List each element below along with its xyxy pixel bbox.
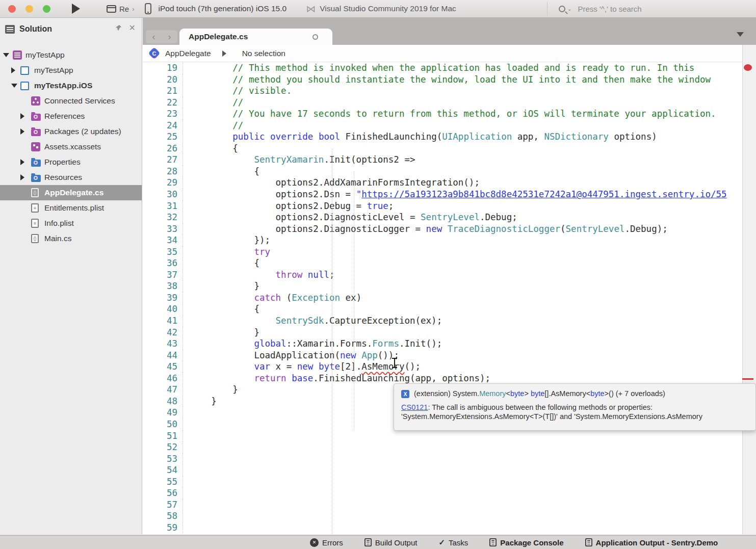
line-number[interactable]: 35 [143,246,183,258]
navigate-forward-button[interactable]: › [168,32,171,42]
bottom-bar-build-output[interactable]: Build Output [364,538,418,547]
line-number[interactable]: 43 [143,338,183,350]
line-number[interactable]: 39 [143,292,183,304]
chevron-right-icon[interactable] [20,128,24,135]
tree-item-mytestapp[interactable]: myTestApp [0,63,142,78]
line-number[interactable]: 34 [143,234,183,246]
bottom-bar-application-output-sentry-demo[interactable]: Application Output - Sentry.Demo [585,538,718,547]
tree-item-assets-xcassets[interactable]: Assets.xcassets [0,139,142,154]
code-text[interactable]: // [183,120,243,132]
code-text[interactable]: options2.DiagnosticLevel = SentryLevel.D… [183,212,517,223]
line-number[interactable]: 50 [143,419,183,430]
code-text[interactable]: options2.Debug = true; [183,200,394,212]
tree-item-properties[interactable]: Properties [0,154,142,170]
close-pad-icon[interactable]: ✕ [129,24,136,32]
error-code-link[interactable]: CS0121 [401,403,428,411]
line-number[interactable]: 23 [143,108,183,120]
line-number[interactable]: 27 [143,154,183,166]
line-number[interactable]: 49 [143,407,183,419]
device-selector-label[interactable]: iPod touch (7th generation) iOS 15.0 [159,4,287,13]
code-text[interactable]: public override bool FinishedLaunching(U… [183,131,657,143]
error-indicator-strip[interactable] [742,45,756,534]
code-text[interactable]: } [183,384,238,396]
global-search-input[interactable]: ⌄ Press '^,' to search [547,2,751,16]
line-number[interactable]: 26 [143,143,183,154]
breadcrumb-class[interactable]: AppDelegate [165,49,211,58]
tree-item-main-cs[interactable]: {}Main.cs [0,231,142,246]
line-number[interactable]: 19 [143,62,183,74]
zoom-window-button[interactable] [43,5,50,13]
line-number[interactable]: 59 [143,522,183,534]
line-number[interactable]: 54 [143,464,183,476]
line-number[interactable]: 32 [143,212,183,223]
line-number[interactable]: 30 [143,189,183,200]
bottom-bar-errors[interactable]: ✕Errors [310,538,343,547]
code-text[interactable]: // You have 17 seconds to return from th… [183,108,716,120]
code-text[interactable]: // visible. [183,85,292,97]
line-number[interactable]: 55 [143,476,183,488]
tree-item-info-plist[interactable]: ≡Info.plist [0,216,142,231]
tree-item-references[interactable]: References [0,109,142,124]
code-text[interactable]: { [183,166,259,177]
code-text[interactable] [183,476,190,488]
code-text[interactable] [183,430,190,442]
code-text[interactable] [183,407,190,419]
tree-item-connected-services[interactable]: Connected Services [0,93,142,109]
tree-item-appdelegate-cs[interactable]: {}AppDelegate.cs [0,185,142,200]
line-number[interactable]: 53 [143,453,183,465]
close-window-button[interactable] [8,5,16,13]
line-number[interactable]: 56 [143,487,183,499]
code-text[interactable] [183,487,190,499]
line-number[interactable]: 46 [143,373,183,384]
code-text[interactable]: throw null; [183,269,335,281]
code-text[interactable] [183,464,190,476]
tree-item-packages-2-updates-[interactable]: Packages (2 updates) [0,124,142,139]
code-text[interactable]: { [183,257,259,269]
tree-item-resources[interactable]: Resources [0,170,142,185]
bottom-bar-tasks[interactable]: ✓Tasks [438,538,468,547]
code-text[interactable]: try [183,246,270,258]
line-number[interactable]: 40 [143,303,183,315]
code-text[interactable]: LoadApplication(new App()); [183,350,399,361]
line-number[interactable]: 51 [143,430,183,442]
code-text[interactable] [183,522,190,534]
line-number[interactable]: 38 [143,280,183,292]
code-text[interactable] [183,510,190,522]
code-text[interactable]: { [183,303,259,315]
chevron-right-icon[interactable] [11,67,15,73]
line-number[interactable]: 48 [143,396,183,407]
line-number[interactable]: 42 [143,327,183,338]
code-text[interactable]: } [183,280,259,292]
code-text[interactable]: { [183,143,238,154]
code-text[interactable] [183,441,190,453]
tab-list-dropdown-icon[interactable] [737,32,744,37]
tree-item-entitlements-plist[interactable]: ≡Entitlements.plist [0,200,142,216]
tree-item-mytestapp-ios[interactable]: myTestApp.iOS [0,78,142,93]
line-number[interactable]: 25 [143,131,183,143]
line-number[interactable]: 37 [143,269,183,281]
code-text[interactable]: // [183,97,243,109]
line-number[interactable]: 47 [143,384,183,396]
line-number[interactable]: 22 [143,97,183,109]
tab-unsaved-indicator-icon[interactable] [312,34,318,40]
line-number[interactable]: 29 [143,177,183,189]
code-text[interactable]: // This method is invoked when the appli… [183,62,694,74]
chevron-right-icon[interactable] [20,113,24,119]
code-text[interactable]: SentrySdk.CaptureException(ex); [183,315,442,327]
code-text[interactable] [183,419,190,430]
line-number[interactable]: 44 [143,350,183,361]
chevron-right-icon[interactable] [20,159,24,165]
bottom-bar-package-console[interactable]: Package Console [489,538,563,547]
code-text[interactable]: } [183,396,217,407]
line-number[interactable]: 57 [143,499,183,511]
line-number[interactable]: 31 [143,200,183,212]
chevron-right-icon[interactable] [20,174,24,180]
line-number[interactable]: 36 [143,257,183,269]
code-text[interactable]: SentryXamarin.Init(options2 => [183,154,415,166]
run-configuration-selector[interactable]: Re › iPod touch (7th generation) iOS 15.… [107,3,286,14]
tree-item-mytestapp[interactable]: myTestApp [0,47,142,63]
code-text[interactable] [183,499,190,511]
chevron-down-icon[interactable] [11,84,17,88]
code-text[interactable]: options2.Dsn = "https://5a193123a9b841bc… [183,189,727,200]
code-text[interactable]: options2.DiagnosticLogger = new TraceDia… [183,223,668,235]
